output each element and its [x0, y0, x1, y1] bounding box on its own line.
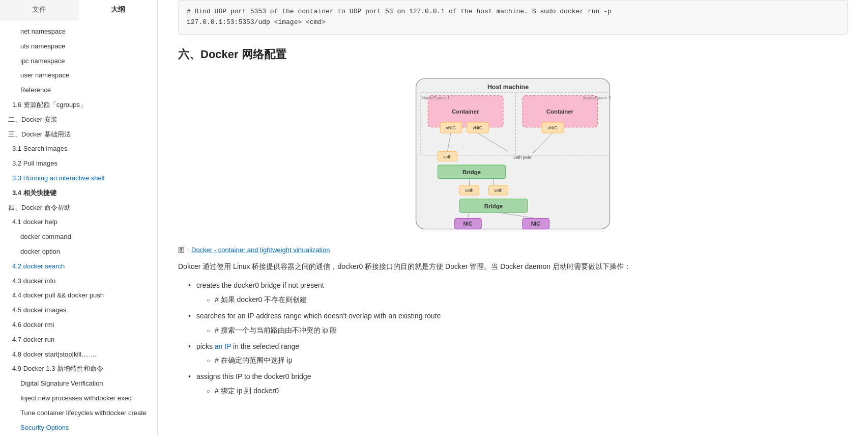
svg-text:vNIC: vNIC [548, 125, 558, 130]
caption-link[interactable]: Docker - container and lightweight virtu… [191, 246, 330, 254]
svg-text:NameSpace-2: NameSpace-2 [583, 95, 611, 100]
svg-text:vNIC: vNIC [473, 125, 482, 130]
svg-text:NIC: NIC [531, 221, 540, 227]
nav-item[interactable]: 4.9 Docker 1.3 新增特性和命令 [0, 362, 157, 376]
svg-text:Container: Container [546, 108, 574, 115]
nav-item[interactable]: Tune container lifecycles withdocker cre… [0, 406, 157, 421]
svg-text:Host machine: Host machine [487, 84, 529, 91]
sidebar-tabs: 文件 大纲 [0, 0, 157, 20]
nav-item[interactable]: 1.6 资源配额「cgroups」 [0, 98, 157, 113]
nav-item[interactable]: user namespace [0, 68, 157, 83]
nav-item[interactable]: Inject new processes withdocker exec [0, 391, 157, 406]
bullet-item: creates the docker0 bridge if not presen… [188, 280, 848, 306]
svg-text:veth: veth [443, 154, 451, 159]
sub-bullet-item: # 在确定的范围中选择 ip [207, 355, 848, 367]
nav-item[interactable]: uts namespace [0, 39, 157, 54]
nav-item[interactable]: 3.2 Pull images [0, 156, 157, 171]
svg-text:vNIC: vNIC [446, 125, 456, 130]
svg-text:veth: veth [494, 188, 502, 193]
nav-item[interactable]: 4.5 docker images [0, 303, 157, 318]
nav-item[interactable]: 3.3 Running an interactive shell [0, 171, 157, 186]
bullet-item: picks an IP in the selected range# 在确定的范… [188, 341, 848, 367]
nav-item[interactable]: 4.3 docker info [0, 274, 157, 289]
sidebar-nav: net namespaceuts namespaceipc namespaceu… [0, 20, 157, 436]
sub-bullet-item: # 如果 docker0 不存在则创建 [207, 294, 848, 306]
nav-item[interactable]: ipc namespace [0, 54, 157, 69]
main-content: # Bind UDP port 5353 of the container to… [158, 0, 868, 436]
nav-item[interactable]: Security Options [0, 421, 157, 435]
svg-text:Bridge: Bridge [462, 169, 481, 175]
nav-item[interactable]: 4.7 docker run [0, 333, 157, 347]
bullet-list: creates the docker0 bridge if not presen… [178, 280, 848, 397]
bullet-item: searches for an IP address range which d… [188, 310, 848, 337]
nav-item[interactable]: docker option [0, 244, 157, 259]
nav-item[interactable]: 4.4 docker pull && docker push [0, 288, 157, 303]
nav-item[interactable]: 4.8 docker start|stop|kill.... ... [0, 347, 157, 362]
network-diagram: Host machine Container Container NameSpa… [178, 72, 848, 235]
sub-bullet-item: # 绑定 ip 到 docker0 [207, 385, 848, 397]
sidebar: 文件 大纲 net namespaceuts namespaceipc name… [0, 0, 158, 436]
svg-text:veth peer: veth peer [513, 154, 532, 159]
svg-text:NIC: NIC [463, 221, 472, 227]
section-heading: 六、Docker 网络配置 [178, 47, 848, 62]
nav-item[interactable]: 三、Docker 基础用法 [0, 127, 157, 142]
nav-item[interactable]: 二、Docker 安装 [0, 113, 157, 127]
network-diagram-svg: Host machine Container Container NameSpa… [411, 72, 615, 235]
nav-item[interactable]: 4.6 docker rmi [0, 318, 157, 333]
nav-item[interactable]: 4.2 docker search [0, 259, 157, 274]
svg-text:Container: Container [452, 108, 479, 115]
sub-bullet-item: # 搜索一个与当前路由由不冲突的 ip 段 [207, 324, 848, 337]
nav-item[interactable]: Digital Signature Verification [0, 376, 157, 391]
caption: 图：Docker - container and lightweight vir… [178, 246, 848, 255]
svg-text:veth: veth [465, 188, 473, 193]
svg-text:Bridge: Bridge [484, 203, 503, 209]
nav-item[interactable]: docker command [0, 230, 157, 244]
nav-item[interactable]: 3.1 Search images [0, 142, 157, 156]
tab-outline[interactable]: 大纲 [79, 0, 158, 20]
code-block: # Bind UDP port 5353 of the container to… [178, 0, 848, 35]
nav-item[interactable]: 四、Docker 命令帮助 [0, 201, 157, 215]
description-text: Dokcer 通过使用 Linux 桥接提供容器之间的通信，docker0 桥接… [178, 261, 848, 273]
nav-item[interactable]: net namespace [0, 24, 157, 39]
bullet-item: assigns this IP to the docker0 bridge# 绑… [188, 371, 848, 397]
tab-file[interactable]: 文件 [0, 0, 79, 20]
nav-item[interactable]: Reference [0, 83, 157, 98]
nav-item[interactable]: 4.1 docker help [0, 215, 157, 230]
nav-item[interactable]: 3.4 相关快捷键 [0, 186, 157, 201]
svg-text:NameSpace-1: NameSpace-1 [422, 95, 450, 100]
